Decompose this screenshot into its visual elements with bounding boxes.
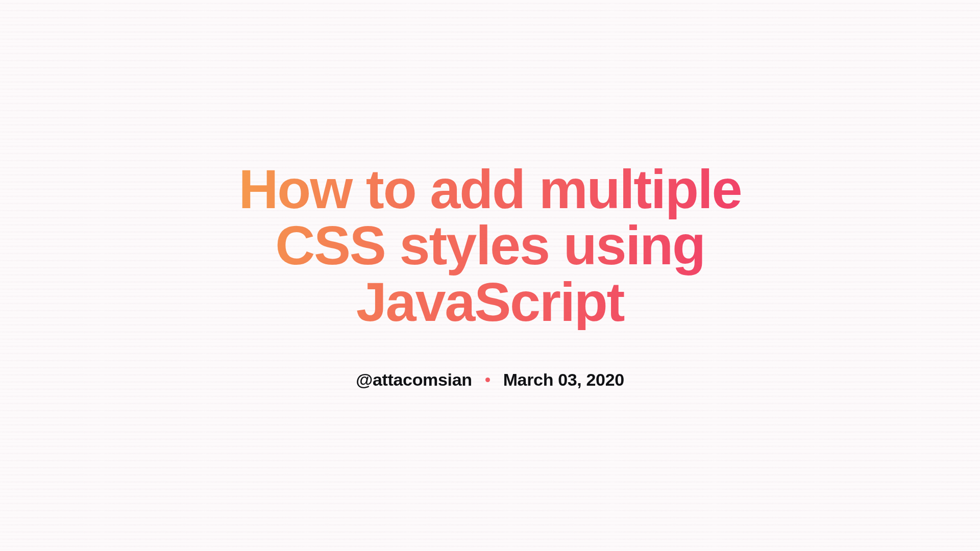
author-handle: @attacomsian <box>356 370 472 390</box>
separator-dot-icon <box>485 378 490 382</box>
meta-row: @attacomsian March 03, 2020 <box>204 370 776 390</box>
publish-date: March 03, 2020 <box>503 370 624 390</box>
page-title: How to add multiple CSS styles using Jav… <box>204 161 776 330</box>
content-card: How to add multiple CSS styles using Jav… <box>184 161 796 389</box>
